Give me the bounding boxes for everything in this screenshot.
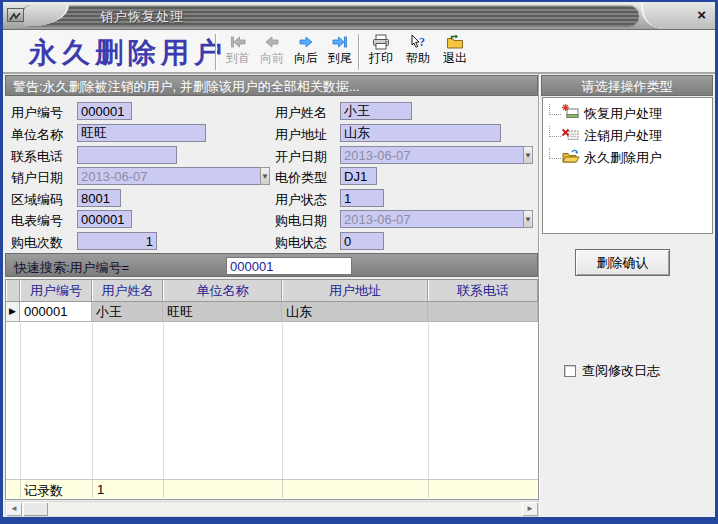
record-count-value: 1	[97, 482, 104, 497]
side-panel-header: 请选择操作类型	[541, 75, 713, 96]
operation-type-list: 恢复用户处理 注销用户处理 永久删除用户	[542, 97, 713, 234]
table-empty-body	[6, 323, 538, 479]
search-label: 快速搜索:用户编号=	[14, 257, 129, 278]
cell-user-id[interactable]: 000001	[20, 302, 92, 321]
field-label: 购电日期	[275, 212, 327, 230]
user-name-field[interactable]	[340, 102, 412, 120]
field-label: 区域编码	[11, 191, 63, 209]
field-label: 单位名称	[11, 126, 63, 144]
toolbar-separator	[358, 34, 360, 70]
next-arrow-icon	[298, 33, 314, 51]
user-address-field[interactable]	[340, 124, 501, 142]
scroll-right-icon[interactable]: ►	[522, 502, 538, 516]
field-label: 用户姓名	[275, 104, 327, 122]
help-button[interactable]: ? 帮助	[401, 33, 435, 71]
cell-address[interactable]: 山东	[282, 302, 428, 321]
meter-id-field[interactable]	[77, 210, 132, 228]
table-footer-row: 记录数 1	[6, 479, 538, 498]
record-count-label: 记录数	[24, 482, 63, 500]
dropdown-arrow-icon[interactable]: ▼	[260, 167, 270, 185]
window-icon	[7, 8, 24, 22]
cell-unit-name[interactable]: 旺旺	[163, 302, 282, 321]
row-indicator-icon: ▶	[6, 302, 20, 321]
cell-phone[interactable]	[428, 302, 538, 321]
field-label: 用户编号	[11, 104, 63, 122]
purchase-date-field[interactable]: ▼	[340, 210, 441, 228]
nav-last-button[interactable]: 到尾	[323, 33, 357, 71]
view-log-checkbox-row[interactable]: 查阅修改日志	[564, 362, 660, 380]
user-table: 用户编号 用户姓名 单位名称 用户地址 联系电话 ▶ 000001 小王 旺旺 …	[5, 279, 539, 500]
exit-icon	[446, 33, 464, 51]
region-code-field[interactable]	[77, 189, 121, 207]
printer-icon	[372, 33, 390, 51]
price-type-field[interactable]	[340, 167, 377, 185]
print-button[interactable]: 打印	[364, 33, 398, 71]
search-input[interactable]	[226, 257, 352, 275]
purchase-status-field[interactable]	[340, 232, 384, 250]
nav-prev-button[interactable]: 向前	[255, 33, 289, 71]
cell-user-name[interactable]: 小王	[92, 302, 163, 321]
field-label: 购电次数	[11, 234, 63, 252]
nav-first-button[interactable]: 到首	[221, 33, 255, 71]
open-date-input[interactable]	[340, 146, 523, 164]
close-button[interactable]: ×	[697, 6, 706, 24]
field-label: 销户日期	[11, 169, 63, 187]
delete-confirm-button[interactable]: 删除确认	[575, 249, 670, 276]
field-label: 电表编号	[11, 212, 63, 230]
tree-item-delete-user[interactable]: 永久删除用户	[543, 147, 712, 169]
user-status-field[interactable]	[340, 189, 384, 207]
user-id-field[interactable]	[77, 102, 132, 120]
column-header[interactable]: 单位名称	[163, 280, 282, 301]
warning-bar: 警告:永久删除被注销的用户, 并删除该用户的全部相关数据...	[5, 75, 538, 96]
column-header[interactable]: 联系电话	[428, 280, 538, 301]
nav-next-button[interactable]: 向后	[289, 33, 323, 71]
scrollbar-thumb[interactable]	[23, 502, 48, 516]
dropdown-arrow-icon[interactable]: ▼	[523, 146, 533, 164]
help-icon: ?	[409, 33, 427, 51]
view-log-checkbox[interactable]	[564, 365, 576, 377]
phone-field[interactable]	[77, 146, 177, 164]
horizontal-scrollbar[interactable]: ◄ ►	[5, 501, 539, 517]
column-header[interactable]: 用户编号	[20, 280, 92, 301]
column-header[interactable]: 用户地址	[282, 280, 428, 301]
cancel-date-field[interactable]: ▼	[77, 167, 175, 185]
window-inner: 销户恢复处理 × 永久删除用户 到首 向前 向后	[3, 2, 715, 517]
purchase-date-input[interactable]	[340, 210, 523, 228]
title-bar: 销户恢复处理 ×	[3, 2, 715, 30]
indicator-header	[6, 280, 20, 301]
window-title: 销户恢复处理	[100, 8, 184, 26]
last-arrow-icon	[332, 33, 348, 51]
open-date-field[interactable]: ▼	[340, 146, 441, 164]
tree-connector	[549, 148, 561, 159]
svg-text:?: ?	[419, 35, 425, 49]
field-label: 开户日期	[275, 148, 327, 166]
column-header[interactable]: 用户姓名	[92, 280, 163, 301]
app-window: 销户恢复处理 × 永久删除用户 到首 向前 向后	[0, 0, 718, 524]
page-title: 永久删除用户	[29, 34, 227, 72]
title-bar-right-zone: ×	[641, 2, 715, 29]
field-label: 用户状态	[275, 191, 327, 209]
field-label: 联系电话	[11, 148, 63, 166]
quick-search-bar: 快速搜索:用户编号=	[5, 253, 538, 277]
tree-connector	[549, 126, 561, 137]
unit-name-field[interactable]	[77, 124, 206, 142]
purchase-count-field[interactable]	[77, 232, 157, 250]
tree-item-cancel-user[interactable]: 注销用户处理	[543, 125, 712, 147]
table-header-row: 用户编号 用户姓名 单位名称 用户地址 联系电话	[6, 280, 538, 302]
field-label: 用户地址	[275, 126, 327, 144]
cancel-date-input[interactable]	[77, 167, 260, 185]
exit-button[interactable]: 退出	[438, 33, 472, 71]
restore-user-icon	[562, 104, 580, 124]
scroll-left-icon[interactable]: ◄	[6, 502, 22, 516]
toolbar-separator	[215, 34, 217, 70]
field-label: 购电状态	[275, 234, 327, 252]
tree-item-restore-user[interactable]: 恢复用户处理	[543, 103, 712, 125]
prev-arrow-icon	[264, 33, 280, 51]
tree-connector	[549, 104, 561, 115]
table-row[interactable]: ▶ 000001 小王 旺旺 山东	[6, 302, 538, 322]
cancel-user-icon	[562, 126, 580, 146]
field-label: 电价类型	[275, 169, 327, 187]
delete-user-folder-icon	[562, 148, 580, 168]
dropdown-arrow-icon[interactable]: ▼	[523, 210, 533, 228]
toolbar: 永久删除用户 到首 向前 向后 到尾	[3, 30, 715, 74]
